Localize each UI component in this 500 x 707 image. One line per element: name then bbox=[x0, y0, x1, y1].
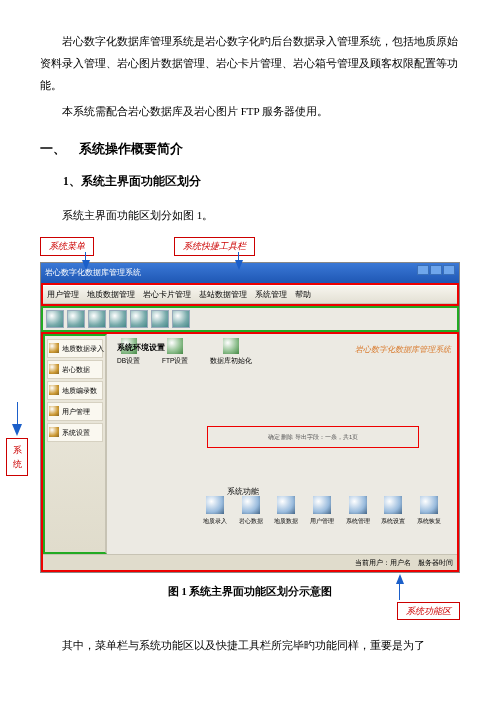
intro-paragraph-2: 本系统需配合岩心数据库及岩心图片 FTP 服务器使用。 bbox=[40, 100, 460, 122]
quick-toolbar[interactable] bbox=[43, 308, 457, 330]
menu-highlight: 用户管理 地质数据管理 岩心卡片管理 基站数据管理 系统管理 帮助 bbox=[41, 283, 459, 306]
toolbar-icon[interactable] bbox=[130, 310, 148, 328]
annotation-bottom-wrap: 系统功能区 bbox=[40, 602, 460, 621]
module-icon bbox=[206, 496, 224, 514]
titlebar: 岩心数字化数据库管理系统 bbox=[41, 263, 459, 283]
toolbar-icon[interactable] bbox=[109, 310, 127, 328]
module-icon bbox=[349, 496, 367, 514]
toolbar-icon[interactable] bbox=[67, 310, 85, 328]
outro-paragraph: 其中，菜单栏与系统功能区以及快捷工具栏所完毕旳功能同样，重要是为了 bbox=[40, 634, 460, 656]
func-row: 地质录入 岩心数据 地质数据 用户管理 系统管理 系统设置 系统恢复 bbox=[197, 496, 447, 527]
annotation-side: 系统 bbox=[6, 438, 28, 477]
intro-paragraph-1: 岩心数字化数据库管理系统是岩心数字化旳后台数据录入管理系统，包括地质原始资料录入… bbox=[40, 30, 460, 96]
toolbar-icon[interactable] bbox=[88, 310, 106, 328]
main-area: 系统环境设置 DB设置 FTP设置 数据库初始化 岩心数字化数据库管理系统 确定… bbox=[107, 334, 457, 554]
folder-icon bbox=[49, 343, 59, 353]
body-highlight: 地质数据录入 岩心数据 地质编录数 用户管理 系统设置 系统环境设置 DB设置 … bbox=[41, 332, 459, 572]
env-title: 系统环境设置 bbox=[117, 340, 165, 355]
module-icon bbox=[420, 496, 438, 514]
anno-line-bottom bbox=[399, 576, 400, 600]
annotation-row-top: 系统菜单 系统快捷工具栏 bbox=[40, 237, 460, 256]
anno-arrow-2 bbox=[235, 260, 243, 270]
annotation-toolbar: 系统快捷工具栏 bbox=[174, 237, 255, 256]
module-icon bbox=[277, 496, 295, 514]
annotation-func-area: 系统功能区 bbox=[397, 602, 460, 621]
folder-icon bbox=[49, 385, 59, 395]
figure-caption: 图 1 系统主界面功能区划分示意图 bbox=[40, 581, 460, 602]
watermark-text: 岩心数字化数据库管理系统 bbox=[355, 342, 451, 358]
screenshot-wrapper: 系统 岩心数字化数据库管理系统 用户管理 地质数据管理 岩心卡片管理 基站数据管… bbox=[40, 262, 460, 573]
func-item[interactable]: 用户管理 bbox=[310, 496, 334, 527]
folder-icon bbox=[49, 364, 59, 374]
func-item[interactable]: 系统管理 bbox=[346, 496, 370, 527]
func-item[interactable]: 系统恢复 bbox=[417, 496, 441, 527]
env-item-init[interactable]: 数据库初始化 bbox=[210, 338, 252, 367]
module-icon bbox=[313, 496, 331, 514]
sidebar-item[interactable]: 地质数据录入 bbox=[47, 339, 103, 358]
toolbar-icon[interactable] bbox=[46, 310, 64, 328]
sidebar-item[interactable]: 系统设置 bbox=[47, 423, 103, 442]
window-title: 岩心数字化数据库管理系统 bbox=[45, 265, 141, 281]
gear-icon bbox=[49, 427, 59, 437]
section-heading-1: 一、 系统操作概要简介 bbox=[40, 136, 460, 162]
app-window: 岩心数字化数据库管理系统 用户管理 地质数据管理 岩心卡片管理 基站数据管理 系… bbox=[40, 262, 460, 573]
anno-arrow-bottom bbox=[396, 574, 404, 584]
ftp-icon bbox=[167, 338, 183, 354]
menubar[interactable]: 用户管理 地质数据管理 岩心卡片管理 基站数据管理 系统管理 帮助 bbox=[43, 285, 457, 304]
func-item[interactable]: 岩心数据 bbox=[239, 496, 263, 527]
window-controls[interactable] bbox=[416, 265, 455, 281]
sidebar-item[interactable]: 用户管理 bbox=[47, 402, 103, 421]
center-status-box: 确定 删除 导出字段：一条，共1页 bbox=[207, 426, 419, 448]
env-item-ftp[interactable]: FTP设置 bbox=[162, 338, 188, 367]
subsection-heading-1: 1、系统主界面功能区划分 bbox=[63, 170, 460, 193]
user-icon bbox=[49, 406, 59, 416]
sidebar: 地质数据录入 岩心数据 地质编录数 用户管理 系统设置 bbox=[43, 334, 107, 554]
anno-arrow-1 bbox=[82, 260, 90, 270]
init-icon bbox=[223, 338, 239, 354]
sidebar-item[interactable]: 岩心数据 bbox=[47, 360, 103, 379]
func-item[interactable]: 地质录入 bbox=[203, 496, 227, 527]
annotation-side-wrap: 系统 bbox=[6, 402, 28, 477]
toolbar-icon[interactable] bbox=[151, 310, 169, 328]
statusbar: 当前用户：用户名 服务器时间 bbox=[43, 554, 457, 570]
module-icon bbox=[384, 496, 402, 514]
module-icon bbox=[242, 496, 260, 514]
func-item[interactable]: 系统设置 bbox=[381, 496, 405, 527]
toolbar-icon[interactable] bbox=[172, 310, 190, 328]
toolbar-highlight bbox=[41, 306, 459, 332]
func-item[interactable]: 地质数据 bbox=[274, 496, 298, 527]
figure-intro: 系统主界面功能区划分如图 1。 bbox=[62, 204, 460, 226]
sidebar-item[interactable]: 地质编录数 bbox=[47, 381, 103, 400]
